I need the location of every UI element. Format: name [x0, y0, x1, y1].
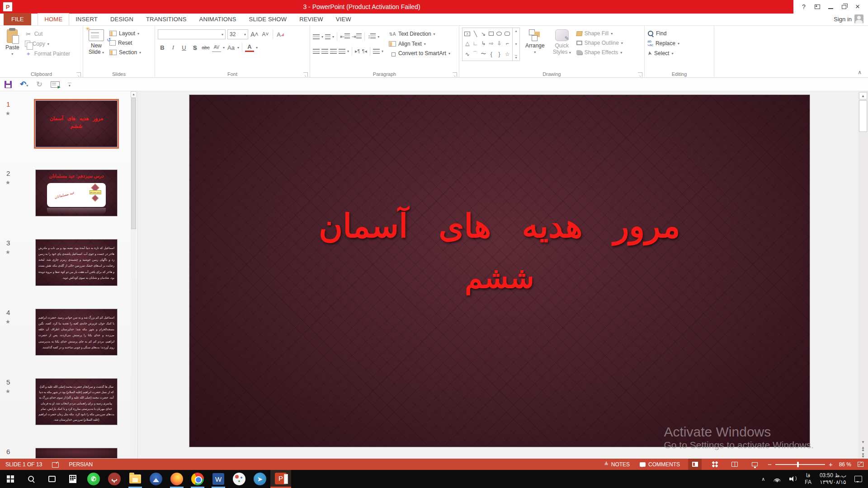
increase-indent-icon[interactable]: ⇥: [352, 33, 362, 40]
tab-view[interactable]: VIEW: [330, 13, 358, 25]
layout-button[interactable]: Layout▾: [109, 30, 141, 37]
justify-icon[interactable]: [339, 49, 345, 54]
restore-button[interactable]: [838, 3, 850, 10]
start-from-beginning-button[interactable]: [51, 81, 60, 88]
shrink-font-button[interactable]: A˅: [261, 30, 270, 39]
zoom-level[interactable]: 86 %: [839, 461, 851, 468]
thumbnail-scrollbar[interactable]: ▲: [131, 91, 137, 459]
shape-fill-button[interactable]: Shape Fill▾: [576, 30, 623, 37]
tab-design[interactable]: DESIGN: [104, 13, 140, 25]
font-dialog-launcher[interactable]: [303, 72, 308, 77]
comments-button[interactable]: COMMENTS: [638, 459, 682, 470]
clipboard-dialog-launcher[interactable]: [76, 72, 81, 77]
drawing-dialog-launcher[interactable]: [638, 72, 642, 77]
thumbnail-scroll-thumb[interactable]: [131, 98, 136, 229]
slide-title-line2[interactable]: ششم: [189, 261, 810, 295]
smartart-button[interactable]: Convert to SmartArt▾: [389, 50, 450, 56]
text-shadow-button[interactable]: S: [190, 43, 199, 52]
down-arrow-shape-icon[interactable]: ⇩: [497, 40, 501, 47]
paste-button[interactable]: Paste ▾: [3, 28, 22, 70]
taskbar-vpn-app[interactable]: [146, 470, 166, 488]
right-brace-shape-icon[interactable]: }: [498, 51, 500, 57]
slide-counter[interactable]: SLIDE 1 OF 13: [5, 461, 42, 468]
previous-slide-button[interactable]: ▲▲: [861, 447, 865, 451]
shapes-scroll-down-icon[interactable]: ▾: [515, 42, 517, 46]
collapse-ribbon-icon[interactable]: ∧: [858, 69, 862, 75]
shapes-gallery[interactable]: A ╲ ↘ △ ∟ ↳ ⇨ ⇩ ⌐ ∿ ⌒ 〜 { }: [462, 28, 520, 61]
decrease-indent-icon[interactable]: ⇤: [340, 33, 350, 40]
change-case-button[interactable]: Aa: [226, 43, 236, 52]
slide-title-line1[interactable]: مرور هدیه های آسمان: [189, 207, 810, 245]
tab-home[interactable]: HOME: [38, 13, 69, 25]
elbow-arrow-shape-icon[interactable]: ↳: [481, 40, 486, 47]
taskbar-paint[interactable]: [229, 470, 250, 488]
normal-view-button[interactable]: [688, 459, 702, 470]
thumbnail-scroll-up-icon[interactable]: ▲: [131, 91, 137, 98]
freeform-shape-icon[interactable]: ⌐: [506, 40, 509, 47]
taskbar-whatsapp[interactable]: ✆: [83, 470, 104, 488]
reset-button[interactable]: Reset: [109, 40, 141, 46]
curve-shape-icon[interactable]: 〜: [481, 50, 486, 58]
taskbar-app-grid[interactable]: [62, 470, 83, 488]
left-brace-shape-icon[interactable]: {: [491, 51, 492, 57]
taskbar-file-explorer[interactable]: [125, 470, 146, 488]
shape-effects-button[interactable]: Shape Effects▾: [576, 49, 623, 56]
taskbar-telegram[interactable]: ➤: [250, 470, 270, 488]
spell-check-icon[interactable]: [52, 462, 59, 467]
scribble-shape-icon[interactable]: ∿: [465, 51, 470, 57]
tab-file[interactable]: FILE: [4, 13, 31, 25]
slide-sorter-view-button[interactable]: [708, 459, 722, 470]
rounded-rectangle-shape-icon[interactable]: [505, 32, 510, 36]
italic-button[interactable]: I: [169, 43, 178, 52]
tray-action-center-icon[interactable]: [851, 470, 865, 488]
help-icon[interactable]: ?: [798, 3, 810, 10]
taskbar-powerpoint[interactable]: P: [270, 470, 291, 488]
close-button[interactable]: ×: [852, 2, 863, 11]
customize-qat-icon[interactable]: —▾: [68, 81, 71, 87]
zoom-in-button[interactable]: +: [829, 460, 833, 468]
columns-icon[interactable]: [373, 49, 380, 54]
section-button[interactable]: Section▾: [109, 49, 141, 56]
right-arrow-shape-icon[interactable]: ⇨: [489, 40, 494, 47]
zoom-slider-thumb[interactable]: [797, 462, 799, 467]
align-center-icon[interactable]: [321, 49, 328, 54]
font-size-combo[interactable]: 32▾: [227, 29, 248, 39]
font-color-button[interactable]: A: [245, 43, 254, 52]
oval-shape-icon[interactable]: [496, 32, 502, 36]
font-color-dropdown[interactable]: ▾: [256, 46, 258, 50]
numbering-icon[interactable]: [325, 34, 330, 39]
reading-view-button[interactable]: [728, 459, 741, 470]
format-painter-button[interactable]: ✦Format Painter: [25, 50, 70, 57]
tab-animations[interactable]: ANIMATIONS: [193, 13, 243, 25]
star-shape-icon[interactable]: ☆: [505, 51, 510, 57]
shape-outline-button[interactable]: Shape Outline▾: [576, 40, 623, 46]
notes-button[interactable]: ≜NOTES: [603, 459, 632, 470]
minimize-button[interactable]: [825, 3, 836, 10]
text-direction-button[interactable]: ⇅AText Direction▾: [389, 30, 450, 38]
paragraph-dialog-launcher[interactable]: [453, 72, 457, 77]
bullets-icon[interactable]: [313, 34, 320, 39]
paste-dropdown[interactable]: ▾: [11, 52, 13, 56]
underline-button[interactable]: U: [179, 43, 189, 52]
taskbar-chrome[interactable]: [187, 470, 208, 488]
tray-clock[interactable]: 03:50 ب.ظ ۱۳۹۹/۰۸/۱۵: [816, 470, 849, 488]
text-box-shape-icon[interactable]: A: [464, 32, 470, 36]
cut-button[interactable]: ✂Cut: [25, 30, 70, 38]
scroll-down-icon[interactable]: ▼: [861, 440, 865, 444]
align-right-icon[interactable]: [330, 49, 337, 54]
tab-insert[interactable]: INSERT: [69, 13, 104, 25]
start-button[interactable]: [0, 470, 21, 488]
next-slide-button[interactable]: ▼▼: [861, 454, 865, 458]
save-button[interactable]: [5, 81, 12, 88]
scroll-thumb[interactable]: [859, 100, 867, 132]
align-text-button[interactable]: Align Text▾: [389, 41, 450, 47]
current-slide[interactable]: مرور هدیه های آسمان ششم: [189, 95, 810, 447]
tray-wifi-icon[interactable]: [770, 470, 784, 488]
redo-button[interactable]: ↻: [36, 80, 42, 89]
tray-volume-icon[interactable]: ): [786, 470, 800, 488]
bold-button[interactable]: B: [158, 43, 167, 52]
tray-language-indicator[interactable]: فا FA: [802, 470, 815, 488]
sign-in[interactable]: Sign in: [834, 14, 863, 23]
shapes-more-icon[interactable]: ▾: [515, 55, 517, 60]
fit-slide-to-window-icon[interactable]: [858, 462, 863, 467]
